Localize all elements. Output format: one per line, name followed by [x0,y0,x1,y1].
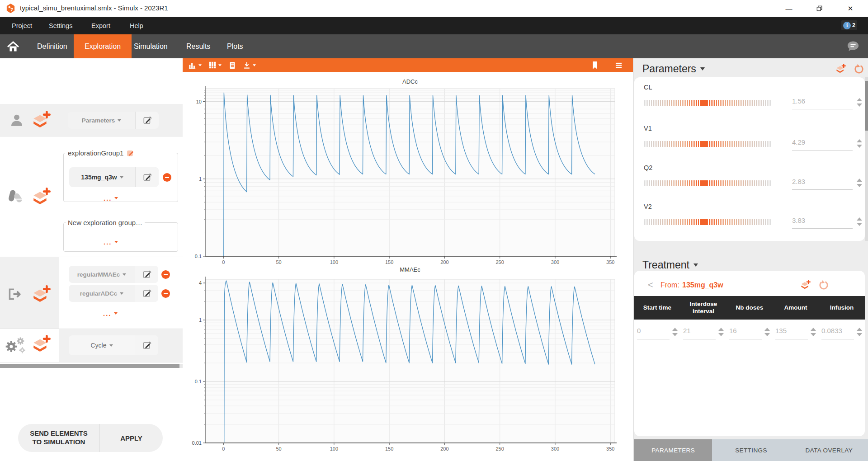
step-down-icon[interactable] [672,333,678,336]
step-down-icon[interactable] [857,145,862,148]
menu-project[interactable]: Project [6,17,38,34]
output-regularMMAEc-select[interactable]: regularMMAEc [69,266,135,283]
plot-ADCc[interactable]: 0501001502002503003501010.1ADCc [183,76,634,264]
step-up-icon[interactable] [857,98,862,101]
tab-simulation[interactable]: Simulation [123,34,179,58]
menu-export[interactable]: Export [86,17,116,34]
step-down-icon[interactable] [718,333,724,336]
cycle-select[interactable]: Cycle [69,335,135,355]
infusion-stepper[interactable] [857,328,862,336]
add-output-element-icon[interactable] [31,285,51,305]
svg-text:250: 250 [496,446,504,452]
close-button[interactable]: ✕ [840,0,861,17]
step-up-icon[interactable] [857,217,862,221]
plot-MMAEc[interactable]: 050100150200250300350410.10.01MMAEc [183,264,634,461]
reset-parameters-icon[interactable] [853,64,864,75]
step-up-icon[interactable] [857,139,862,142]
step-up-icon[interactable] [857,179,862,182]
param-slider-V1[interactable] [644,141,771,147]
start-time-stepper[interactable] [672,328,678,336]
tab-parameters[interactable]: PARAMETERS [634,439,712,461]
param-stepper-V1[interactable] [857,139,862,148]
bookmark-icon[interactable] [591,60,599,70]
tab-definition[interactable]: Definition [26,34,78,58]
amount-input[interactable]: 135 [775,327,808,339]
param-slider-V2[interactable] [644,219,771,225]
output-regularMMAEc-group: regularMMAEc [69,266,158,283]
step-down-icon[interactable] [764,333,770,336]
infusion-input[interactable]: 0.0833 [821,327,854,339]
step-down-icon[interactable] [811,333,816,336]
edit-parameters-button[interactable] [135,112,159,129]
edit-regularMMAEc-button[interactable] [135,266,158,283]
step-down-icon[interactable] [857,223,862,226]
parameters-section-header[interactable]: Parameters [642,63,705,75]
plot-export-button[interactable] [243,60,256,70]
edit-cycle-button[interactable] [135,335,158,355]
step-up-icon[interactable] [672,328,678,331]
interdose-interval-stepper[interactable] [718,328,724,336]
plot-report-button[interactable] [228,60,236,70]
step-down-icon[interactable] [857,103,862,107]
home-icon[interactable] [6,40,20,53]
minimize-button[interactable]: — [778,0,799,17]
step-up-icon[interactable] [764,328,770,331]
param-value-V1[interactable]: 4.29 [792,138,853,151]
param-stepper-Q2[interactable] [857,179,862,187]
output-regularADCc-select[interactable]: regularADCc [69,285,135,302]
tab-results[interactable]: Results [175,34,221,58]
add-occasion-element-icon[interactable] [31,335,51,355]
add-parameter-element-icon[interactable] [31,111,51,131]
step-up-icon[interactable] [857,328,862,331]
interdose-interval-input[interactable]: 21 [683,327,716,339]
treatment-section-header[interactable]: Treatment [642,259,698,271]
plot-type-button[interactable] [188,60,202,70]
param-value-CL[interactable]: 1.56 [792,97,853,109]
plot-layout-button[interactable] [208,60,222,70]
parameters-scrollbar-thumb[interactable] [865,81,868,131]
menu-settings[interactable]: Settings [43,17,78,34]
new-group-more-button[interactable]: ... [104,238,118,246]
treatment-select[interactable]: 135mg_q3w [69,167,135,187]
tab-settings[interactable]: SETTINGS [712,439,790,461]
horizontal-scrollbar-thumb[interactable] [0,364,179,368]
parameters-select[interactable]: Parameters [68,112,135,129]
new-exploration-group-label[interactable]: New exploration group… [66,219,145,226]
start-time-input[interactable]: 0 [637,327,670,339]
add-parameters-icon[interactable] [835,64,846,75]
add-treatment-icon[interactable] [800,280,811,291]
param-stepper-CL[interactable] [857,98,862,107]
previous-treatment-chevron[interactable]: < [648,280,653,290]
notifications-badge[interactable]: i 2 [841,20,857,30]
param-slider-CL[interactable] [644,100,771,106]
nb-doses-input[interactable]: 16 [729,327,762,339]
apply-button[interactable]: APPLY [99,424,163,452]
tab-data-overlay[interactable]: DATA OVERLAY [790,439,868,461]
plot-menu-icon[interactable] [615,60,623,70]
rename-group-pencil-icon[interactable] [126,149,135,157]
reset-treatment-icon[interactable] [818,280,829,291]
param-slider-Q2[interactable] [644,180,771,186]
edit-treatment-button[interactable] [135,167,159,187]
menu-help[interactable]: Help [124,17,149,34]
amount-stepper[interactable] [811,328,816,336]
remove-regularMMAEc-icon[interactable] [161,270,170,279]
param-value-V2[interactable]: 3.83 [792,216,853,229]
param-value-Q2[interactable]: 2.83 [792,178,853,190]
restore-button[interactable] [809,0,830,17]
step-up-icon[interactable] [718,328,724,331]
param-stepper-V2[interactable] [857,217,862,226]
edit-regularADCc-button[interactable] [135,285,158,302]
group-1-more-button[interactable]: ... [104,194,118,202]
remove-treatment-icon[interactable] [163,173,171,182]
send-elements-to-simulation-button[interactable]: SEND ELEMENTS TO SIMULATION [18,424,99,452]
nb-doses-stepper[interactable] [764,328,770,336]
step-down-icon[interactable] [857,184,862,187]
comment-icon[interactable] [846,40,860,52]
step-up-icon[interactable] [811,328,816,331]
outputs-more-button[interactable]: ... [103,310,118,317]
add-treatment-element-icon[interactable] [31,188,51,207]
remove-regularADCc-icon[interactable] [161,289,170,298]
tab-plots[interactable]: Plots [216,34,254,58]
step-down-icon[interactable] [857,333,862,336]
